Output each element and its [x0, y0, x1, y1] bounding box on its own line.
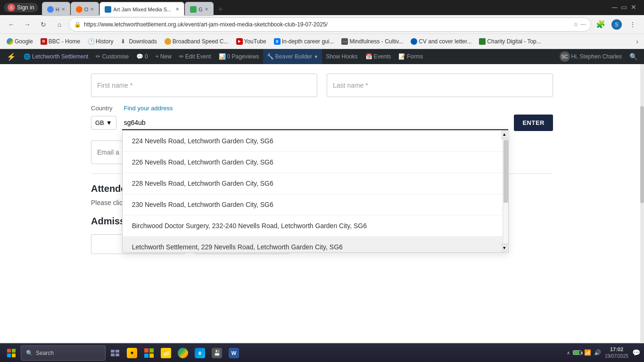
- omnibox[interactable]: 🔒 https://www.letchworthsettlement.org.u…: [69, 17, 591, 32]
- bookmark-downloads[interactable]: ⬇ Downloads: [118, 37, 159, 46]
- tab-close-2[interactable]: ✕: [90, 7, 94, 12]
- network-icon: 📶: [584, 349, 591, 356]
- taskbar-sys-tray: ∧ 📶 🔊: [567, 349, 601, 356]
- bookmark-history[interactable]: 🕐 History: [85, 37, 116, 46]
- name-fields-row: [91, 74, 553, 97]
- find-address-link[interactable]: Find your address: [124, 105, 173, 112]
- tab-2[interactable]: O ✕: [71, 2, 99, 16]
- dropdown-item-5[interactable]: Letchworth Settlement, 229 Nevells Road,…: [123, 237, 508, 253]
- wp-forms-item[interactable]: 📝 Forms: [395, 49, 427, 64]
- taskbar-search[interactable]: 🔍 Search: [21, 346, 106, 361]
- home-button[interactable]: ⌂: [53, 18, 66, 31]
- last-name-input[interactable]: [327, 74, 553, 97]
- taskbar-icon-files[interactable]: 📁: [158, 346, 173, 361]
- bookmark-mindfulness[interactable]: — Mindfulness - Cultiv...: [339, 37, 406, 46]
- address-search-input[interactable]: [122, 116, 509, 130]
- dropdown-scroll-up[interactable]: ▲: [501, 131, 508, 139]
- battery-icon: [573, 350, 581, 355]
- extensions-button[interactable]: 🧩: [594, 18, 607, 31]
- star-icon[interactable]: ☆: [573, 21, 578, 28]
- bookmark-career[interactable]: 8 In-depth career gui...: [271, 37, 337, 46]
- taskbar-icon-word[interactable]: W: [226, 346, 241, 361]
- dropdown-item-4[interactable]: Birchwood Doctor Surgery, 232-240 Nevell…: [123, 215, 508, 237]
- chevron-up-icon[interactable]: ∧: [567, 350, 570, 355]
- tab-3[interactable]: G ✕: [185, 2, 214, 16]
- bookmark-google[interactable]: Google: [4, 37, 36, 46]
- bookmark-broadband[interactable]: Broadband Speed C...: [162, 37, 231, 46]
- country-code: GB: [95, 119, 104, 126]
- dropdown-scroll-down[interactable]: ▼: [501, 244, 508, 252]
- task-view-icon: [111, 350, 119, 356]
- svg-rect-11: [149, 354, 154, 358]
- first-name-input[interactable]: [91, 74, 317, 97]
- more-icon[interactable]: ⋯: [580, 21, 586, 28]
- nav-bar: ← → ↻ ⌂ 🔒 https://www.letchworthsettleme…: [0, 15, 644, 34]
- windows-app-icon: [144, 348, 154, 358]
- forward-button[interactable]: →: [21, 18, 34, 31]
- wp-logo-item[interactable]: ⚡: [3, 49, 20, 64]
- tab-close-active[interactable]: ✕: [175, 7, 179, 12]
- new-tab-button[interactable]: +: [214, 3, 227, 16]
- form-wrapper: Country Find your address GB ▼ ▲: [63, 64, 581, 263]
- tab-bar: H ✕ O ✕ Art Jam Mixed Media S... ✕ G ✕ +: [41, 0, 605, 16]
- profile-button[interactable]: S Sign in: [4, 3, 38, 12]
- wp-search-icon[interactable]: 🔍: [626, 53, 641, 60]
- country-selector[interactable]: GB ▼: [91, 116, 116, 130]
- taskbar-icon-storage[interactable]: 💾: [209, 346, 224, 361]
- settings-button[interactable]: ⋮: [626, 18, 639, 31]
- wp-user-item[interactable]: SC Hi, Stephen Charles: [556, 49, 626, 64]
- wp-customise-item[interactable]: ✏ Customise: [92, 49, 132, 64]
- enter-button[interactable]: ENTER: [514, 115, 553, 131]
- bookmark-youtube[interactable]: ▶ YouTube: [233, 37, 269, 46]
- lock-icon: 🔒: [74, 21, 81, 28]
- tab-1[interactable]: H ✕: [42, 2, 70, 16]
- tab-active[interactable]: Art Jam Mixed Media S... ✕: [99, 2, 184, 16]
- address-header-row: Country Find your address: [91, 105, 553, 112]
- dropdown-item-2[interactable]: 228 Nevells Road, Letchworth Garden City…: [123, 173, 508, 194]
- bookmark-bbc[interactable]: B BBC - Home: [38, 37, 83, 46]
- wp-pageviews-item[interactable]: 📊 0 Pageviews: [215, 49, 263, 64]
- dropdown-item-3[interactable]: 230 Nevells Road, Letchworth Garden City…: [123, 194, 508, 215]
- dropdown-scrollbar-track[interactable]: [503, 139, 508, 244]
- wp-edit-event-item[interactable]: ✏ Edit Event: [175, 49, 215, 64]
- wp-site-item[interactable]: 🌐 Letchworth Settlement: [20, 49, 92, 64]
- wp-new-item[interactable]: + New: [152, 49, 175, 64]
- volume-icon: 🔊: [594, 349, 601, 356]
- title-bar: S Sign in H ✕ O ✕ Art Jam Mixed Media S.…: [0, 0, 644, 15]
- reload-button[interactable]: ↻: [37, 18, 50, 31]
- time-display: 17:02: [605, 346, 628, 353]
- start-button[interactable]: [4, 346, 19, 361]
- profile-icon[interactable]: S: [610, 18, 623, 31]
- wp-show-hooks-item[interactable]: Show Hooks: [322, 49, 361, 64]
- page-scrollbar[interactable]: [640, 64, 644, 342]
- wp-right-section: SC Hi, Stephen Charles 🔍: [556, 49, 641, 64]
- taskbar-icon-chrome[interactable]: [175, 346, 190, 361]
- taskbar-icon-windows[interactable]: [141, 346, 157, 361]
- minimize-button[interactable]: ─: [612, 3, 617, 12]
- last-name-field: [327, 74, 553, 97]
- bookmark-cv[interactable]: CV and cover letter...: [408, 37, 474, 46]
- window-controls: ─ ▭ ✕: [608, 3, 640, 12]
- tab-close-1[interactable]: ✕: [61, 7, 65, 12]
- windows-logo-icon: [7, 349, 16, 357]
- address-input-row: GB ▼ ▲ 224 Nevells Road, Letchworth Gard…: [91, 115, 553, 131]
- svg-rect-1: [12, 349, 16, 353]
- taskbar-icon-edge[interactable]: e: [192, 346, 207, 361]
- bookmarks-more-button[interactable]: ›: [634, 38, 640, 45]
- wp-comments-item[interactable]: 💬 0: [132, 49, 152, 64]
- close-button[interactable]: ✕: [631, 3, 636, 12]
- notification-icon[interactable]: 💬: [632, 349, 640, 356]
- wp-events-item[interactable]: 📅 Events: [362, 49, 395, 64]
- bookmark-charity[interactable]: Charity Digital - Top...: [476, 37, 544, 46]
- taskbar-icon-sparkle[interactable]: ✦: [124, 346, 140, 361]
- maximize-button[interactable]: ▭: [621, 3, 627, 12]
- dropdown-item-0[interactable]: 224 Nevells Road, Letchworth Garden City…: [123, 131, 508, 152]
- wp-beaver-builder-item[interactable]: 🔧 Beaver Builder ▼: [263, 49, 322, 64]
- address-dropdown: ▲ 224 Nevells Road, Letchworth Garden Ci…: [122, 130, 509, 253]
- task-view-button[interactable]: [107, 346, 123, 361]
- svg-rect-2: [7, 354, 11, 357]
- back-button[interactable]: ←: [5, 18, 18, 31]
- tab-close-3[interactable]: ✕: [205, 7, 208, 12]
- svg-rect-8: [144, 348, 149, 353]
- dropdown-item-1[interactable]: 226 Nevells Road, Letchworth Garden City…: [123, 152, 508, 173]
